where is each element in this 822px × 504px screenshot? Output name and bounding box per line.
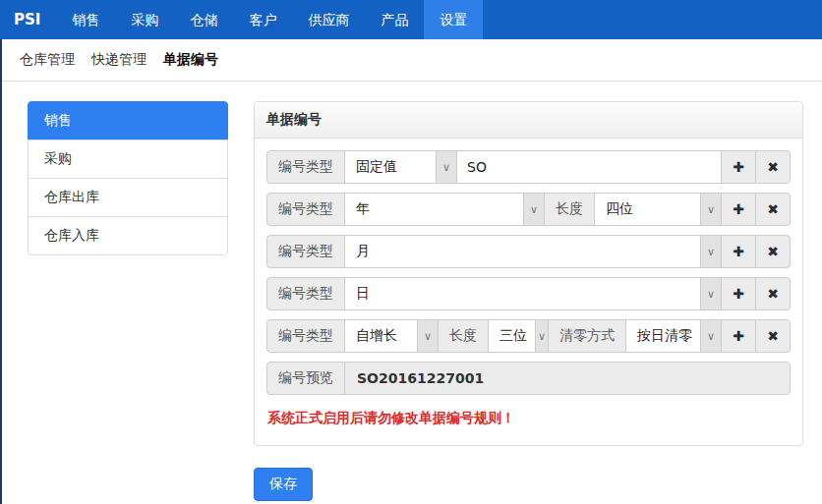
type-select[interactable]: 按日清零∨ xyxy=(625,319,722,353)
addon-label: 编号类型 xyxy=(266,150,345,184)
remove-button[interactable]: ✖ xyxy=(755,235,791,268)
add-button[interactable]: ✚ xyxy=(721,193,756,226)
nav-item[interactable]: 采购 xyxy=(115,0,174,39)
panel-title: 单据编号 xyxy=(255,102,802,139)
number-rule-row: 编号类型年∨长度四位∨✚✖ xyxy=(266,193,791,226)
remove-button[interactable]: ✖ xyxy=(755,277,791,310)
add-button[interactable]: ✚ xyxy=(721,150,756,184)
select-value: 三位 xyxy=(489,327,535,345)
type-select[interactable]: 日∨ xyxy=(344,277,722,310)
number-rule-row: 编号预览SO20161227001 xyxy=(266,362,791,395)
sidebar-item[interactable]: 采购 xyxy=(28,140,228,179)
top-navbar: PSI 销售采购仓储客户供应商产品设置 xyxy=(0,0,822,39)
type-select[interactable]: 三位∨ xyxy=(488,319,549,353)
type-select[interactable]: 四位∨ xyxy=(594,193,722,226)
select-value: 四位 xyxy=(595,200,700,218)
nav-item[interactable]: 客户 xyxy=(233,0,292,39)
type-select[interactable]: 固定值∨ xyxy=(344,150,457,184)
remove-icon: ✖ xyxy=(767,329,779,343)
content-area: 销售采购仓库出库仓库入库 单据编号 编号类型固定值∨✚✖编号类型年∨长度四位∨✚… xyxy=(0,82,822,501)
addon-label: 编号类型 xyxy=(266,277,345,310)
addon-label: 编号类型 xyxy=(266,235,345,268)
addon-label: 编号预览 xyxy=(266,362,345,395)
type-select[interactable]: 自增长∨ xyxy=(344,319,439,353)
select-value: 固定值 xyxy=(345,158,436,176)
chevron-down-icon: ∨ xyxy=(523,194,544,225)
select-value: 年 xyxy=(345,200,523,218)
nav-item[interactable]: 产品 xyxy=(365,0,424,39)
nav-item[interactable]: 设置 xyxy=(424,0,483,39)
sub-navbar: 仓库管理快递管理单据编号 xyxy=(0,39,822,82)
addon-label: 编号类型 xyxy=(266,319,345,353)
plus-icon: ✚ xyxy=(733,329,744,343)
add-button[interactable]: ✚ xyxy=(721,277,756,310)
chevron-down-icon: ∨ xyxy=(436,151,456,183)
addon-label: 编号类型 xyxy=(266,193,345,226)
select-value: 按日清零 xyxy=(626,327,700,345)
addon-label: 长度 xyxy=(438,319,489,353)
subnav-item[interactable]: 单据编号 xyxy=(161,51,220,69)
nav-item[interactable]: 销售 xyxy=(56,0,115,39)
number-rule-rows: 编号类型固定值∨✚✖编号类型年∨长度四位∨✚✖编号类型月∨✚✖编号类型日∨✚✖编… xyxy=(266,150,791,395)
sidebar-item[interactable]: 仓库入库 xyxy=(28,216,228,255)
chevron-down-icon: ∨ xyxy=(700,194,721,225)
remove-icon: ✖ xyxy=(767,160,779,174)
subnav-item[interactable]: 仓库管理 xyxy=(18,51,77,69)
remove-icon: ✖ xyxy=(767,245,779,258)
page-left-border xyxy=(0,39,2,504)
plus-icon: ✚ xyxy=(733,245,744,258)
chevron-down-icon: ∨ xyxy=(700,236,721,267)
chevron-down-icon: ∨ xyxy=(535,320,548,352)
number-rule-row: 编号类型自增长∨长度三位∨清零方式按日清零∨✚✖ xyxy=(266,319,791,353)
select-value: 自增长 xyxy=(345,327,417,345)
plus-icon: ✚ xyxy=(733,287,744,301)
number-rule-row: 编号类型固定值∨✚✖ xyxy=(266,150,791,184)
plus-icon: ✚ xyxy=(733,202,744,216)
remove-icon: ✖ xyxy=(767,202,779,216)
nav-item[interactable]: 供应商 xyxy=(292,0,365,39)
save-button[interactable]: 保存 xyxy=(254,468,313,501)
preview-value: SO20161227001 xyxy=(344,362,791,395)
sidebar-item[interactable]: 销售 xyxy=(28,101,228,140)
remove-button[interactable]: ✖ xyxy=(755,150,791,184)
remove-icon: ✖ xyxy=(767,287,779,301)
add-button[interactable]: ✚ xyxy=(721,319,756,353)
sidebar-menu: 销售采购仓库出库仓库入库 xyxy=(28,101,228,255)
warning-text: 系统正式启用后请勿修改单据编号规则！ xyxy=(266,410,791,427)
chevron-down-icon: ∨ xyxy=(700,278,721,309)
number-rule-row: 编号类型月∨✚✖ xyxy=(266,235,791,268)
add-button[interactable]: ✚ xyxy=(721,235,756,268)
plus-icon: ✚ xyxy=(733,160,744,174)
type-select[interactable]: 年∨ xyxy=(344,193,545,226)
brand-psi[interactable]: PSI xyxy=(0,0,56,39)
panel-body: 编号类型固定值∨✚✖编号类型年∨长度四位∨✚✖编号类型月∨✚✖编号类型日∨✚✖编… xyxy=(255,139,802,445)
subnav-item[interactable]: 快递管理 xyxy=(89,51,148,69)
chevron-down-icon: ∨ xyxy=(417,320,438,352)
value-input[interactable] xyxy=(456,150,722,184)
chevron-down-icon: ∨ xyxy=(700,320,721,352)
main-column: 单据编号 编号类型固定值∨✚✖编号类型年∨长度四位∨✚✖编号类型月∨✚✖编号类型… xyxy=(254,101,803,501)
number-rule-panel: 单据编号 编号类型固定值∨✚✖编号类型年∨长度四位∨✚✖编号类型月∨✚✖编号类型… xyxy=(254,101,803,446)
sidebar-item[interactable]: 仓库出库 xyxy=(28,178,228,217)
remove-button[interactable]: ✖ xyxy=(755,319,791,353)
nav-item[interactable]: 仓储 xyxy=(174,0,233,39)
number-rule-row: 编号类型日∨✚✖ xyxy=(266,277,791,310)
top-nav-items: 销售采购仓储客户供应商产品设置 xyxy=(56,0,483,39)
type-select[interactable]: 月∨ xyxy=(344,235,722,268)
select-value: 月 xyxy=(345,243,700,260)
addon-label: 长度 xyxy=(544,193,595,226)
remove-button[interactable]: ✖ xyxy=(755,193,791,226)
select-value: 日 xyxy=(345,285,700,303)
addon-label: 清零方式 xyxy=(548,319,626,353)
